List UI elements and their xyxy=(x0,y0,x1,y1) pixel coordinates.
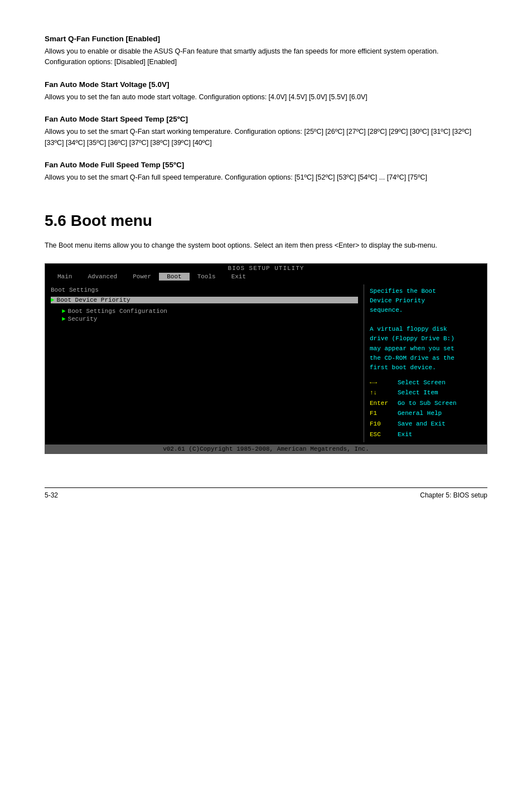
nav-key-item: ↑↓ xyxy=(370,388,398,398)
bios-nav-screen: ←→ Select Screen xyxy=(370,378,481,388)
nav-key-f10: F10 xyxy=(370,419,398,429)
arrow-icon: ► xyxy=(62,308,66,315)
chapter-intro: The Boot menu items allow you to change … xyxy=(45,240,487,251)
nav-desc-screen: Select Screen xyxy=(398,378,446,388)
section-fan-fulltemp-body: Allows you to set the smart Q-Fan full s… xyxy=(45,172,487,183)
bios-nav-f10: F10 Save and Exit xyxy=(370,419,481,429)
section-fan-temp-heading: Fan Auto Mode Start Speed Temp [25ºC] xyxy=(45,115,487,123)
section-fan-full-temp: Fan Auto Mode Full Speed Temp [55ºC] All… xyxy=(45,161,487,183)
bios-menu-advanced[interactable]: Advanced xyxy=(80,273,125,281)
nav-desc-esc: Exit xyxy=(398,430,412,440)
nav-desc-f10: Save and Exit xyxy=(398,419,446,429)
chapter-title: 5.6 Boot menu xyxy=(45,212,487,230)
section-smart-qfan-heading: Smart Q-Fan Function [Enabled] xyxy=(45,35,487,43)
bios-menu-main[interactable]: Main xyxy=(50,273,80,281)
bios-item-label: Boot Device Priority xyxy=(57,297,130,303)
section-smart-qfan-body: Allows you to enable or disable the ASUS… xyxy=(45,46,487,68)
chapter-title-block: 5.6 Boot menu The Boot menu items allow … xyxy=(45,212,487,251)
bios-left-panel: Boot Settings ► Boot Device Priority ► B… xyxy=(45,284,364,442)
section-fan-fulltemp-heading: Fan Auto Mode Full Speed Temp [55ºC] xyxy=(45,161,487,169)
nav-desc-enter: Go to Sub Screen xyxy=(398,399,457,409)
bios-menu-tools[interactable]: Tools xyxy=(190,273,224,281)
bios-nav-f1: F1 General Help xyxy=(370,409,481,419)
nav-desc-f1: General Help xyxy=(398,409,442,419)
section-fan-auto-temp: Fan Auto Mode Start Speed Temp [25ºC] Al… xyxy=(45,115,487,148)
bios-nav-section: ←→ Select Screen ↑↓ Select Item Enter Go… xyxy=(370,378,481,440)
section-smart-qfan: Smart Q-Fan Function [Enabled] Allows yo… xyxy=(45,35,487,68)
bios-item-label: Boot Settings Configuration xyxy=(68,308,167,315)
arrow-icon: ► xyxy=(51,297,55,303)
chapter-label: Chapter 5: BIOS setup xyxy=(420,491,487,499)
arrow-icon: ► xyxy=(62,316,66,322)
bios-left-heading: Boot Settings xyxy=(51,287,358,293)
nav-key-esc: ESC xyxy=(370,430,398,440)
nav-key-screen: ←→ xyxy=(370,378,398,388)
bios-screenshot: BIOS SETUP UTILITY Main Advanced Power B… xyxy=(45,263,487,454)
nav-key-f1: F1 xyxy=(370,409,398,419)
bios-body: Boot Settings ► Boot Device Priority ► B… xyxy=(45,281,487,445)
bios-help-text: Specifies the Boot Device Priority seque… xyxy=(370,287,481,372)
bios-item-label: Security xyxy=(68,316,98,322)
bios-right-panel: Specifies the Boot Device Priority seque… xyxy=(364,284,487,442)
bios-item-boot-priority[interactable]: ► Boot Device Priority xyxy=(51,297,358,303)
bios-footer: v02.61 (C)Copyright 1985-2008, American … xyxy=(45,445,487,453)
section-fan-auto-voltage: Fan Auto Mode Start Voltage [5.0V] Allow… xyxy=(45,80,487,103)
bios-nav-esc: ESC Exit xyxy=(370,430,481,440)
section-fan-temp-body: Allows you to set the smart Q-Fan start … xyxy=(45,127,487,148)
bios-item-security[interactable]: ► Security xyxy=(62,316,358,322)
section-fan-voltage-body: Allows you to set the fan auto mode star… xyxy=(45,92,487,103)
bios-nav-enter: Enter Go to Sub Screen xyxy=(370,399,481,409)
page-number: 5-32 xyxy=(45,491,58,499)
bios-item-settings-config[interactable]: ► Boot Settings Configuration xyxy=(62,308,358,315)
nav-desc-item: Select Item xyxy=(398,388,438,398)
bios-menu-boot[interactable]: Boot xyxy=(159,273,189,281)
bios-menu-bar: Main Advanced Power Boot Tools Exit xyxy=(45,272,487,281)
bios-menu-power[interactable]: Power xyxy=(125,273,159,281)
page-footer: 5-32 Chapter 5: BIOS setup xyxy=(45,487,487,499)
bios-title-bar: BIOS SETUP UTILITY xyxy=(45,264,487,272)
bios-menu-exit[interactable]: Exit xyxy=(224,273,254,281)
bios-nav-item: ↑↓ Select Item xyxy=(370,388,481,398)
nav-key-enter: Enter xyxy=(370,399,398,409)
section-fan-voltage-heading: Fan Auto Mode Start Voltage [5.0V] xyxy=(45,80,487,89)
